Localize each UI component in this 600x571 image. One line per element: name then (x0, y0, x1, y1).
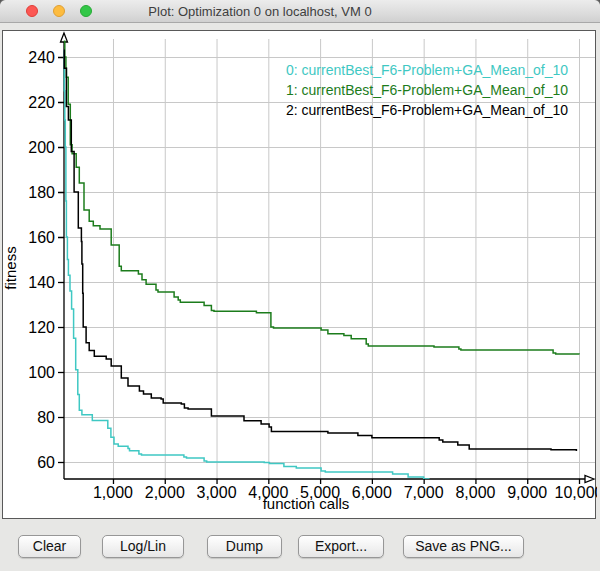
button-row: Clear Log/Lin Dump Export... Save as PNG… (0, 535, 600, 559)
legend-entry-1: 1: currentBest_F6-Problem+GA_Mean_of_10 (286, 82, 568, 98)
legend: 0: currentBest_F6-Problem+GA_Mean_of_101… (286, 62, 568, 118)
plot-window: Plot: Optimization 0 on localhost, VM 0 … (0, 0, 600, 571)
plot-panel: 60801001201401601802002202401,0002,0003,… (2, 30, 596, 519)
export-button[interactable]: Export... (298, 535, 384, 558)
y-tick-label: 140 (28, 274, 55, 291)
log-lin-button[interactable]: Log/Lin (102, 535, 184, 558)
x-axis-title: function calls (263, 495, 350, 512)
save-as-png-button[interactable]: Save as PNG... (403, 535, 524, 558)
x-tick-label: 9,000 (507, 484, 547, 501)
y-tick-label: 220 (28, 94, 55, 111)
y-tick-label: 240 (28, 49, 55, 66)
y-tick-label: 80 (37, 409, 55, 426)
x-axis-arrow-icon (585, 476, 594, 483)
y-tick-label: 160 (28, 229, 55, 246)
x-tick-label: 8,000 (455, 484, 495, 501)
window-title: Plot: Optimization 0 on localhost, VM 0 (0, 0, 520, 22)
legend-entry-0: 0: currentBest_F6-Problem+GA_Mean_of_10 (286, 62, 568, 78)
x-tick-label: 3,000 (197, 484, 237, 501)
x-tick-label: 1,000 (93, 484, 133, 501)
title-bar[interactable]: Plot: Optimization 0 on localhost, VM 0 (0, 0, 600, 23)
y-axis-title: fitness (3, 246, 19, 289)
y-tick-label: 200 (28, 139, 55, 156)
fitness-chart: 60801001201401601802002202401,0002,0003,… (3, 31, 597, 520)
x-tick-label: 7,000 (404, 484, 444, 501)
x-tick-label: 6,000 (352, 484, 392, 501)
y-tick-label: 60 (37, 454, 55, 471)
y-tick-label: 120 (28, 319, 55, 336)
dump-button[interactable]: Dump (207, 535, 282, 558)
x-tick-label: 2,000 (145, 484, 185, 501)
y-tick-label: 100 (28, 364, 55, 381)
legend-entry-2: 2: currentBest_F6-Problem+GA_Mean_of_10 (286, 102, 568, 118)
y-tick-label: 180 (28, 184, 55, 201)
x-tick-label: 10,000 (555, 484, 597, 501)
clear-button[interactable]: Clear (18, 535, 81, 558)
axes (58, 33, 594, 484)
